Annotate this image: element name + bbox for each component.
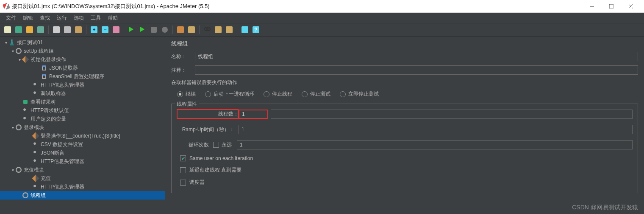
name-input[interactable] xyxy=(195,52,638,61)
threads-input[interactable] xyxy=(239,110,268,119)
tree-node-label: HTTP请求默认值 xyxy=(31,107,69,114)
tree-node[interactable]: 调试取样器 xyxy=(0,89,165,98)
close-button[interactable] xyxy=(621,0,641,12)
thread-properties-legend: 线程属性 xyxy=(175,101,199,108)
delay-thread-checkbox[interactable] xyxy=(180,167,186,173)
menu-编辑[interactable]: 编辑 xyxy=(19,13,36,23)
tree-node-label: HTTP信息头管理器 xyxy=(41,183,84,191)
same-user-checkbox[interactable]: ✔ xyxy=(180,155,186,161)
menu-运行[interactable]: 运行 xyxy=(53,13,70,23)
comment-input[interactable] xyxy=(195,65,638,75)
wrench-icon xyxy=(32,82,39,88)
scheduler-checkbox[interactable] xyxy=(180,180,186,186)
remove-icon[interactable]: − xyxy=(100,25,110,35)
tree-node[interactable]: ▾setUp 线程组 xyxy=(0,47,165,55)
radio-dot-icon xyxy=(205,91,211,97)
svg-marker-5 xyxy=(140,27,144,32)
tree-node[interactable]: HTTP信息头管理器 xyxy=(0,183,165,191)
radio-1[interactable]: 启动下一进程循环 xyxy=(205,90,254,98)
tree-node-label: CSV 数据文件设置 xyxy=(41,141,83,148)
caret-icon[interactable]: ▾ xyxy=(10,125,15,130)
add-icon[interactable]: + xyxy=(89,25,99,35)
open-icon[interactable] xyxy=(25,25,35,35)
rampup-input[interactable] xyxy=(239,125,633,134)
panel-heading: 线程组 xyxy=(171,40,638,48)
clear-all-icon[interactable] xyxy=(224,25,234,35)
gear-icon xyxy=(15,124,22,131)
clip-icon xyxy=(41,65,47,71)
gear-icon xyxy=(22,192,29,199)
tree-node[interactable]: JSON提取器 xyxy=(0,64,165,72)
tree-node[interactable]: HTTP信息头管理器 xyxy=(0,81,165,89)
radio-3[interactable]: 停止测试 xyxy=(302,90,330,98)
caret-icon[interactable]: ▾ xyxy=(10,49,15,54)
pencil-icon xyxy=(32,175,39,182)
radio-4[interactable]: 立即停止测试 xyxy=(340,90,379,98)
tree-node[interactable]: 登录操作:${__counter(True,)}${title} xyxy=(0,132,165,140)
tree-node[interactable]: 线程组 xyxy=(0,191,165,200)
menubar: 文件编辑查找运行选项工具帮助 xyxy=(0,13,644,23)
tree-node[interactable]: BeanShell 后置处理程序 xyxy=(0,72,165,81)
caret-icon[interactable]: ▾ xyxy=(10,168,15,172)
gear-icon xyxy=(15,166,22,173)
copy-icon[interactable] xyxy=(62,25,72,35)
pencil-icon xyxy=(22,56,29,63)
caret-icon[interactable]: ▾ xyxy=(17,57,22,62)
tree-node[interactable]: 查看结果树 xyxy=(0,98,165,106)
new-icon[interactable] xyxy=(3,25,13,35)
run-icon[interactable] xyxy=(127,25,137,35)
minimize-button[interactable] xyxy=(582,0,602,12)
tree-node[interactable]: HTTP信息头管理器 xyxy=(0,157,165,166)
loop-input[interactable] xyxy=(237,140,633,149)
flask-icon xyxy=(8,39,15,46)
wrench-icon xyxy=(32,141,39,148)
menu-帮助[interactable]: 帮助 xyxy=(104,13,121,23)
menu-选项[interactable]: 选项 xyxy=(70,13,87,23)
toggle-log-icon[interactable] xyxy=(240,25,250,35)
radio-0[interactable]: 继续 xyxy=(177,90,196,98)
tree-node-label: HTTP信息头管理器 xyxy=(41,158,84,165)
delay-thread-label: 延迟创建线程 直到需要 xyxy=(189,166,242,174)
run-no-pause-icon[interactable] xyxy=(138,25,148,35)
search-icon[interactable] xyxy=(202,25,212,35)
tree-node[interactable]: HTTP请求默认值 xyxy=(0,106,165,115)
save-icon[interactable] xyxy=(36,25,46,35)
tree-node[interactable]: ▾初始化登录操作 xyxy=(0,55,165,64)
rampup-label: Ramp-Up时间（秒）： xyxy=(177,126,239,133)
tree-node-label: 调试取样器 xyxy=(41,90,66,97)
menu-文件[interactable]: 文件 xyxy=(3,13,19,23)
stop-icon[interactable] xyxy=(149,25,159,35)
tree-node[interactable]: 充值 xyxy=(0,174,165,183)
radio-label: 立即停止测试 xyxy=(348,90,379,98)
radio-2[interactable]: 停止线程 xyxy=(264,90,292,98)
menu-工具[interactable]: 工具 xyxy=(87,13,104,23)
threads-input-rest[interactable] xyxy=(271,110,633,119)
beanshell-icon[interactable] xyxy=(175,25,186,35)
svg-marker-4 xyxy=(129,27,133,32)
wrench-icon xyxy=(22,107,29,114)
tree-node-label: JSON断言 xyxy=(41,149,64,157)
menu-查找[interactable]: 查找 xyxy=(36,13,53,23)
shutdown-icon[interactable] xyxy=(160,25,170,35)
tree-node-label: 线程组 xyxy=(31,192,46,199)
forever-checkbox[interactable] xyxy=(213,142,219,148)
edit-icon[interactable] xyxy=(111,25,121,35)
paste-icon[interactable] xyxy=(73,25,83,35)
templates-icon[interactable] xyxy=(14,25,24,35)
tree-node[interactable]: ▾登录模块 xyxy=(0,123,165,132)
clear-icon[interactable] xyxy=(213,25,223,35)
radio-dot-icon xyxy=(264,91,269,97)
help-icon[interactable]: ? xyxy=(251,25,261,35)
cut-icon[interactable] xyxy=(51,25,61,35)
tree-node[interactable]: 用户定义的变量 xyxy=(0,115,165,123)
tree-node-label: 充值模块 xyxy=(24,166,44,174)
tree-node[interactable]: CSV 数据文件设置 xyxy=(0,140,165,149)
pencil-icon xyxy=(32,132,39,139)
maximize-button[interactable] xyxy=(602,0,621,12)
fn-helper-icon[interactable] xyxy=(186,25,197,35)
tree-node[interactable]: JSON断言 xyxy=(0,149,165,157)
caret-icon[interactable]: ▾ xyxy=(3,40,8,45)
tree-node[interactable]: ▾接口测试01 xyxy=(0,38,165,47)
tree-node[interactable]: ▾充值模块 xyxy=(0,166,165,174)
test-plan-tree[interactable]: ▾接口测试01▾setUp 线程组▾初始化登录操作JSON提取器BeanShel… xyxy=(0,37,165,214)
